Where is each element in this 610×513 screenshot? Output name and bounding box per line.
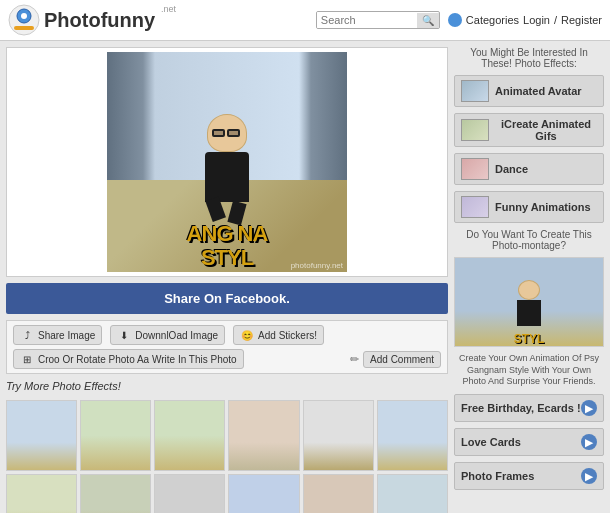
share-icon: ⤴: [20, 328, 34, 342]
nav-register[interactable]: Register: [561, 14, 602, 26]
sidebar-interest-title: You Might Be Interested In These! Photo …: [454, 47, 604, 69]
create-animated-gifs-button[interactable]: iCreate Animated Gifs: [454, 113, 604, 147]
effect-thumb-9[interactable]: [154, 474, 225, 513]
crop-icon: ⊞: [20, 352, 34, 366]
nav-separator: /: [554, 14, 557, 26]
effect-thumb-10[interactable]: [228, 474, 299, 513]
effects-grid: [6, 400, 448, 513]
psy-figure: [187, 114, 267, 234]
free-birthday-button[interactable]: Free Birthday, Ecards ! ▶: [454, 394, 604, 422]
funny-animations-button[interactable]: Funny Animations: [454, 191, 604, 223]
animated-avatar-thumb: [461, 80, 489, 102]
effect-thumb-11[interactable]: [303, 474, 374, 513]
effect-thumb-6[interactable]: [377, 400, 448, 471]
search-input[interactable]: [317, 12, 417, 28]
search-button[interactable]: 🔍: [417, 13, 439, 28]
logo-icon: [8, 4, 40, 36]
love-cards-button[interactable]: Love Cards ▶: [454, 428, 604, 456]
funny-animations-thumb: [461, 196, 489, 218]
watermark: photofunny.net: [291, 261, 343, 270]
crop-rotate-button[interactable]: ⊞ Croo Or Rotate Photo Aa Write In This …: [13, 349, 244, 369]
arrow-icon-frames: ▶: [581, 468, 597, 484]
photo-frames-button[interactable]: Photo Frames ▶: [454, 462, 604, 490]
arrow-icon-love: ▶: [581, 434, 597, 450]
animated-avatar-button[interactable]: Animated Avatar: [454, 75, 604, 107]
sidebar-psy-figure: [517, 280, 541, 326]
effect-thumb-7[interactable]: [6, 474, 77, 513]
effect-thumb-3[interactable]: [154, 400, 225, 471]
logo-sub: .net: [161, 4, 176, 14]
svg-rect-3: [14, 26, 34, 30]
categories-icon: [448, 13, 462, 27]
main-image-container: ANG NA STYL photofunny.net: [6, 47, 448, 277]
share-facebook-button[interactable]: Share On Facebook.: [6, 283, 448, 314]
effect-thumb-5[interactable]: [303, 400, 374, 471]
dance-button[interactable]: Dance: [454, 153, 604, 185]
sidebar-preview: STYL: [454, 257, 604, 347]
effect-thumb-1[interactable]: [6, 400, 77, 471]
effect-thumb-8[interactable]: [80, 474, 151, 513]
sticker-icon: 😊: [240, 328, 254, 342]
svg-point-2: [21, 13, 27, 19]
animated-gifs-thumb: [461, 119, 489, 141]
comment-icon: ✏: [350, 353, 359, 366]
sidebar-create-label: Do You Want To Create This Photo-montage…: [454, 229, 604, 251]
download-icon: ⬇: [117, 328, 131, 342]
effect-thumb-4[interactable]: [228, 400, 299, 471]
main-image: ANG NA STYL photofunny.net: [107, 52, 347, 272]
share-image-button[interactable]: ⤴ Share Image: [13, 325, 102, 345]
add-comment-button[interactable]: Add Comment: [363, 351, 441, 368]
action-bar: ⤴ Share Image ⬇ DownnlOad Image 😊 Add St…: [6, 320, 448, 374]
sidebar-psy-text: STYL: [455, 332, 603, 346]
effect-thumb-12[interactable]: [377, 474, 448, 513]
add-stickers-button[interactable]: 😊 Add Stickers!: [233, 325, 324, 345]
sidebar-caption: Create Your Own Animation Of Psy Gangnam…: [454, 353, 604, 388]
right-sidebar: You Might Be Interested In These! Photo …: [454, 47, 604, 513]
dance-thumb: [461, 158, 489, 180]
download-image-button[interactable]: ⬇ DownnlOad Image: [110, 325, 225, 345]
try-more-label: Try More Photo Effects!: [6, 380, 448, 392]
arrow-icon-birthday: ▶: [581, 400, 597, 416]
nav-login[interactable]: Login: [523, 14, 550, 26]
nav-categories[interactable]: Categories: [466, 14, 519, 26]
logo-text: Photofunny: [44, 9, 155, 32]
effect-thumb-2[interactable]: [80, 400, 151, 471]
